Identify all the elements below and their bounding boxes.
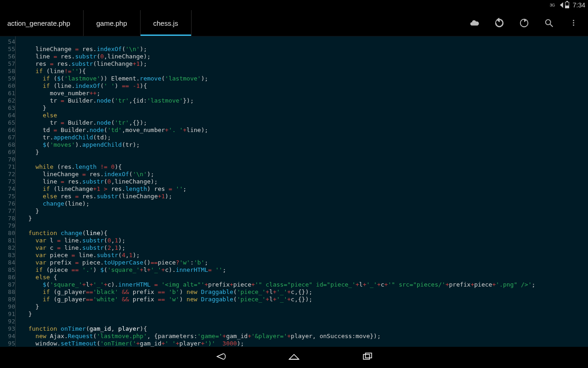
battery-icon: [565, 2, 569, 8]
network-label: 3G: [550, 3, 555, 7]
editor: 54 55 56 57 58 59 60 61 62 63 64 65 66 6…: [0, 36, 588, 347]
back-icon[interactable]: [214, 351, 227, 364]
home-icon[interactable]: [287, 351, 301, 364]
search-icon[interactable]: [544, 18, 554, 28]
svg-rect-4: [573, 20, 574, 21]
svg-point-2: [546, 20, 551, 25]
overflow-icon[interactable]: [569, 18, 579, 28]
undo-icon[interactable]: [494, 18, 504, 28]
cloud-icon[interactable]: [469, 18, 480, 28]
svg-rect-9: [366, 353, 372, 358]
toolbar-actions: [469, 10, 584, 36]
svg-line-3: [550, 24, 553, 27]
tab-label: chess.js: [153, 19, 178, 27]
recent-icon[interactable]: [361, 351, 374, 364]
system-nav-bar: [0, 347, 588, 368]
status-bar: 3G 7:34: [0, 0, 588, 10]
signal-icon: [557, 2, 563, 8]
code-area[interactable]: lineChange = res.indexOf('\n'); line = r…: [16, 36, 588, 347]
svg-rect-5: [573, 22, 574, 23]
tab-label: game.php: [96, 19, 127, 27]
line-gutter: 54 55 56 57 58 59 60 61 62 63 64 65 66 6…: [0, 36, 16, 347]
tab-chess-js[interactable]: chess.js: [141, 10, 192, 36]
redo-icon[interactable]: [519, 18, 529, 28]
tab-action-generate[interactable]: action_generate.php: [4, 10, 84, 36]
tab-game-php[interactable]: game.php: [84, 10, 141, 36]
svg-rect-6: [573, 24, 574, 26]
tab-bar: action_generate.php game.php chess.js: [0, 10, 588, 36]
svg-rect-8: [363, 355, 370, 360]
tab-label: action_generate.php: [7, 19, 70, 27]
clock: 7:34: [573, 1, 585, 9]
